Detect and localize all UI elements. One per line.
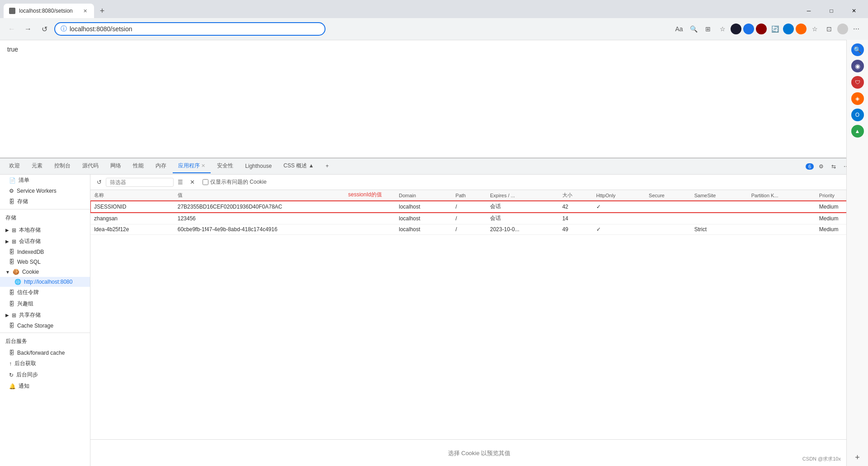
forward-button[interactable]: → <box>22 23 34 35</box>
sidebar-item-bfcache[interactable]: 🗄 Back/forward cache <box>0 348 90 358</box>
back-button[interactable]: ← <box>5 23 18 35</box>
cookie-cell: 会话 <box>486 201 559 213</box>
cookie-cell <box>645 201 691 213</box>
sidebar-item-session-storage[interactable]: ▶ ⊞ 会话存储 <box>0 236 90 247</box>
tab-add[interactable]: + <box>320 160 334 173</box>
devtools-main: ↺ ☰ ✕ 仅显示有问题的 Cookie sessionId的值 <box>90 175 868 466</box>
cookie-cell: localhost <box>395 201 452 213</box>
delete-cookie-button[interactable]: ✕ <box>187 177 197 187</box>
sidebar-item-cache-storage[interactable]: 🗄 Cache Storage <box>0 321 90 331</box>
table-row[interactable]: Idea-4b25f12e60cbe9fb-1f47-4e9b-8abd-418… <box>90 224 868 235</box>
ext3-icon[interactable] <box>756 24 767 34</box>
cookie-cell: 2023-10-0... <box>486 224 559 235</box>
ext4-icon[interactable]: 🔄 <box>769 23 781 35</box>
ext2-icon[interactable] <box>743 24 754 34</box>
col-header-name: 名称 <box>90 190 174 201</box>
minimize-button[interactable]: ─ <box>798 4 819 18</box>
tab-lighthouse[interactable]: Lighthouse <box>240 160 277 173</box>
more-button[interactable]: ⋯ <box>850 23 863 35</box>
sidebar-interest-groups-label: 兴趣组 <box>17 300 33 308</box>
ext6-icon[interactable] <box>796 24 807 34</box>
close-window-button[interactable]: ✕ <box>844 4 864 18</box>
right-sidebar-search[interactable]: 🔍 <box>851 43 864 56</box>
right-sidebar-ext4[interactable]: O <box>851 109 864 121</box>
col-header-partition: Partition K... <box>748 190 816 201</box>
refresh-button[interactable]: ↺ <box>94 177 104 187</box>
cookie-toolbar: ↺ ☰ ✕ 仅显示有问题的 Cookie <box>90 175 868 190</box>
ext1-icon[interactable] <box>731 24 741 34</box>
session-storage-expand-icon: ▶ <box>5 239 9 244</box>
sidebar-storage-label: 存储 <box>17 198 28 205</box>
maximize-button[interactable]: □ <box>821 4 842 18</box>
col-header-expires: Expires / ... <box>486 190 559 201</box>
right-sidebar-ext5[interactable]: ▲ <box>851 125 864 138</box>
cookie-preview: 选择 Cookie 以预览其值 <box>90 439 868 466</box>
new-tab-button[interactable]: + <box>96 5 108 17</box>
cookie-cell: / <box>452 224 486 235</box>
search-icon[interactable]: 🔍 <box>687 23 700 35</box>
devtools-dock-button[interactable]: ⇆ <box>828 161 839 172</box>
devtools-tabs: 欢迎 元素 控制台 源代码 网络 性能 内存 应用程序 ✕ 安全性 Lighth… <box>0 158 868 175</box>
sidebar-item-shared-storage[interactable]: ▶ ⊞ 共享存储 <box>0 309 90 321</box>
address-input[interactable] <box>70 25 319 33</box>
sidebar-item-interest-groups[interactable]: 🗄 兴趣组 <box>0 298 90 309</box>
tab-css-overview[interactable]: CSS 概述 ▲ <box>278 159 319 173</box>
right-sidebar-ext1[interactable]: ◉ <box>851 60 864 72</box>
sidebar-item-notifications[interactable]: 🔔 通知 <box>0 380 90 392</box>
tab-elements[interactable]: 元素 <box>26 159 48 173</box>
sidebar-item-indexeddb[interactable]: 🗄 IndexedDB <box>0 247 90 257</box>
tab-security[interactable]: 安全性 <box>212 159 239 173</box>
sidebar-divider-1 <box>0 209 90 209</box>
browser-tab[interactable]: localhost:8080/setsion ✕ <box>4 4 94 18</box>
show-issues-checkbox[interactable]: 仅显示有问题的 Cookie <box>203 178 267 186</box>
profile-icon[interactable] <box>837 24 848 34</box>
table-header-row: 名称 值 Domain Path Expires / ... 大小 HttpOn… <box>90 190 868 201</box>
sidebar-group-storage[interactable]: 存储 <box>0 211 90 224</box>
favorites-icon[interactable]: ☆ <box>716 23 729 35</box>
sidebar-websql-label: Web SQL <box>17 259 41 265</box>
cookie-cell <box>645 224 691 235</box>
tab-performance[interactable]: 性能 <box>127 159 149 173</box>
devtools-sidebar: 📄 清单 ⚙ Service Workers 🗄 存储 存储 ▶ ⊞ 本地存储 <box>0 175 90 466</box>
show-issues-input[interactable] <box>203 179 208 185</box>
col-header-size: 大小 <box>559 190 593 201</box>
tab-sources[interactable]: 源代码 <box>77 159 104 173</box>
issues-badge[interactable]: 6 <box>806 163 814 170</box>
sidebar-item-background-fetch[interactable]: ↑ 后台获取 <box>0 358 90 369</box>
sidebar-item-service-workers[interactable]: ⚙ Service Workers <box>0 186 90 196</box>
tab-network[interactable]: 网络 <box>105 159 127 173</box>
devtools-settings-button[interactable]: ⚙ <box>816 161 826 172</box>
sidebar-cookie-label: Cookie <box>22 269 39 275</box>
ext5-icon[interactable] <box>783 24 794 34</box>
tab-memory[interactable]: 内存 <box>150 159 172 173</box>
watermark: CSDN @求求10x <box>802 456 841 462</box>
tab-close-button[interactable]: ✕ <box>81 7 89 14</box>
websql-icon: 🗄 <box>9 259 14 265</box>
sidebar-item-trust-tokens[interactable]: 🗄 信任令牌 <box>0 287 90 298</box>
sidebar-item-websql[interactable]: 🗄 Web SQL <box>0 257 90 267</box>
reload-button[interactable]: ↺ <box>38 23 51 35</box>
sidebar-item-background-sync[interactable]: ↻ 后台同步 <box>0 369 90 380</box>
sidebar-item-local-storage[interactable]: ▶ ⊞ 本地存储 <box>0 224 90 236</box>
right-sidebar-add[interactable]: + <box>855 453 860 462</box>
tab-welcome[interactable]: 欢迎 <box>4 159 25 173</box>
clear-cookies-button[interactable]: ☰ <box>175 177 185 187</box>
tab-application[interactable]: 应用程序 ✕ <box>173 159 211 173</box>
cookie-localhost-icon: 🌐 <box>14 279 21 285</box>
filter-input[interactable] <box>106 178 174 187</box>
table-row[interactable]: zhangsan123456localhost/会话14Medium <box>90 213 868 224</box>
tab-console[interactable]: 控制台 <box>49 159 76 173</box>
translate-icon[interactable]: Aa <box>673 23 685 35</box>
sidebar-item-cookie[interactable]: ▼ 🍪 Cookie <box>0 267 90 277</box>
right-sidebar-ext3[interactable]: ◈ <box>851 92 864 105</box>
split-screen-icon[interactable]: ⊞ <box>702 23 714 35</box>
star-icon[interactable]: ☆ <box>808 23 821 35</box>
collections-icon[interactable]: ⊡ <box>823 23 835 35</box>
sidebar-item-storage[interactable]: 🗄 存储 <box>0 196 90 207</box>
sidebar-item-cookie-localhost[interactable]: 🌐 http://localhost:8080 <box>0 277 90 287</box>
sidebar-group-background[interactable]: 后台服务 <box>0 335 90 348</box>
right-sidebar-ext2[interactable]: 🛡 <box>851 76 864 89</box>
table-row[interactable]: JSESSIONID27B2355BD16CEF020D1936D40F0A78… <box>90 201 868 213</box>
sidebar-item-manifest[interactable]: 📄 清单 <box>0 175 90 186</box>
sidebar-manifest-label: 清单 <box>19 176 29 184</box>
